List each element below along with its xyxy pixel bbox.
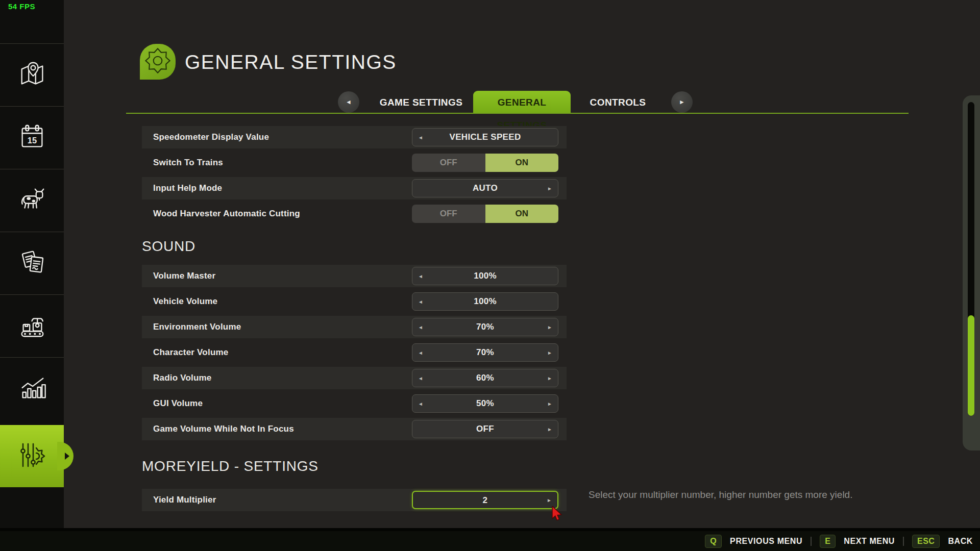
general-settings-screen: { "fps": "54 FPS", "header": { "title": … xyxy=(0,0,980,551)
sidebar-item-calendar[interactable]: 15 xyxy=(0,106,64,169)
sidebar-item-statistics[interactable] xyxy=(0,357,64,420)
sidebar-item-animals[interactable] xyxy=(0,169,64,232)
toggle-switch-to-trains[interactable]: OFFON xyxy=(412,154,558,172)
section-title-sound: SOUND xyxy=(142,228,567,265)
sidebar-item-mod-settings-active[interactable] xyxy=(0,425,64,487)
setting-row-radio-volume: Radio Volume◄60%► xyxy=(142,367,567,389)
setting-label: Wood Harvester Automatic Cutting xyxy=(153,209,300,219)
scrollbar-thumb[interactable] xyxy=(968,315,974,416)
production-icon xyxy=(16,309,48,343)
selector-radio-volume[interactable]: ◄60%► xyxy=(412,369,558,387)
setting-label: Volume Master xyxy=(153,271,215,281)
key-badge-q: Q xyxy=(705,535,722,548)
toggle-off-option[interactable]: OFF xyxy=(412,154,485,172)
moreyield-rows: Yield Multiplier2► xyxy=(142,489,567,511)
setting-row-game-volume-while-not-in-focus: Game Volume While Not In FocusOFF► xyxy=(142,418,567,440)
increase-arrow-icon[interactable]: ► xyxy=(547,180,552,197)
selector-value: 70% xyxy=(412,344,558,361)
toggle-on-option[interactable]: ON xyxy=(485,205,559,223)
setting-row-input-help-mode: Input Help ModeAUTO► xyxy=(142,177,567,199)
mouse-cursor-icon xyxy=(551,506,565,525)
setting-label: Vehicle Volume xyxy=(153,296,217,307)
gear-icon xyxy=(143,46,172,77)
increase-arrow-icon[interactable]: ► xyxy=(547,344,552,361)
setting-label: Environment Volume xyxy=(153,322,241,332)
tab-general-settings[interactable]: GENERAL SETTINGS xyxy=(473,91,571,114)
setting-label: Game Volume While Not In Focus xyxy=(153,424,294,434)
sidebar-item-contracts[interactable] xyxy=(0,232,64,294)
selector-value: VEHICLE SPEED xyxy=(412,129,558,146)
setting-row-volume-master: Volume Master◄100% xyxy=(142,265,567,287)
sidebar-item-production[interactable] xyxy=(0,294,64,357)
setting-help-text: Select your multiplier number, higher nu… xyxy=(589,484,852,506)
setting-row-speedometer-display-value: Speedometer Display Value◄VEHICLE SPEED xyxy=(142,126,567,148)
toggle-off-option[interactable]: OFF xyxy=(412,205,485,223)
increase-arrow-icon[interactable]: ► xyxy=(547,369,552,387)
selector-value: 100% xyxy=(412,267,558,285)
tab-game-settings[interactable]: GAME SETTINGS xyxy=(378,91,464,114)
setting-row-environment-volume: Environment Volume◄70%► xyxy=(142,316,567,338)
setting-label: GUI Volume xyxy=(153,398,203,409)
setting-label: Radio Volume xyxy=(153,373,212,383)
selector-value: OFF xyxy=(412,420,558,438)
increase-arrow-icon[interactable]: ► xyxy=(547,395,552,412)
selector-game-volume-while-not-in-focus[interactable]: OFF► xyxy=(412,420,558,438)
toggle-on-option[interactable]: ON xyxy=(485,154,559,172)
tabs-next-button[interactable]: ► xyxy=(671,91,693,113)
selector-yield-multiplier[interactable]: 2► xyxy=(412,491,558,509)
shortcut-label-next-menu[interactable]: NEXT MENU xyxy=(844,537,895,546)
key-badge-esc: ESC xyxy=(912,535,940,548)
settings-list: Speedometer Display Value◄VEHICLE SPEEDS… xyxy=(142,126,567,514)
general-rows: Speedometer Display Value◄VEHICLE SPEEDS… xyxy=(142,126,567,225)
mod-settings-icon xyxy=(16,439,48,473)
section-title-moreyield: MOREYIELD - SETTINGS xyxy=(142,443,567,489)
selector-speedometer-display-value[interactable]: ◄VEHICLE SPEED xyxy=(412,128,558,146)
active-item-caret-icon xyxy=(65,453,69,460)
calendar-icon: 15 xyxy=(16,121,48,155)
tab-controls[interactable]: CONTROLS xyxy=(576,91,660,114)
selector-value: 50% xyxy=(412,395,558,412)
tabs-prev-button[interactable]: ◄ xyxy=(338,91,359,113)
setting-label: Switch To Trains xyxy=(153,158,223,168)
selector-environment-volume[interactable]: ◄70%► xyxy=(412,318,558,336)
setting-row-yield-multiplier: Yield Multiplier2► xyxy=(142,489,567,511)
chevron-left-icon: ◄ xyxy=(346,98,352,106)
setting-row-switch-to-trains: Switch To TrainsOFFON xyxy=(142,152,567,174)
scrollbar xyxy=(963,95,980,450)
settings-bubble xyxy=(140,44,176,80)
increase-arrow-icon[interactable]: ► xyxy=(547,420,552,438)
fps-counter: 54 FPS xyxy=(8,2,35,11)
selector-gui-volume[interactable]: ◄50%► xyxy=(412,394,558,413)
sidebar-item-map[interactable] xyxy=(0,43,64,106)
shortcut-label-back[interactable]: BACK xyxy=(948,537,973,546)
contracts-icon xyxy=(16,246,48,280)
scrollbar-track[interactable] xyxy=(968,102,974,416)
sound-rows: Volume Master◄100%Vehicle Volume◄100%Env… xyxy=(142,265,567,440)
setting-row-wood-harvester-automatic-cutting: Wood Harvester Automatic CuttingOFFON xyxy=(142,203,567,225)
increase-arrow-icon[interactable]: ► xyxy=(547,318,552,336)
statistics-icon xyxy=(16,372,48,406)
footer-separator xyxy=(903,537,904,546)
selector-value: 100% xyxy=(412,293,558,310)
setting-label: Speedometer Display Value xyxy=(153,132,269,142)
svg-text:15: 15 xyxy=(27,136,36,145)
selector-character-volume[interactable]: ◄70%► xyxy=(412,343,558,362)
chevron-right-icon: ► xyxy=(679,98,685,106)
key-badge-e: E xyxy=(820,535,836,548)
page-title: GENERAL SETTINGS xyxy=(185,44,397,80)
animals-icon xyxy=(16,184,48,217)
toggle-wood-harvester-automatic-cutting[interactable]: OFFON xyxy=(412,205,558,223)
selector-value: AUTO xyxy=(412,180,558,197)
selector-value: 2 xyxy=(413,492,557,508)
selector-input-help-mode[interactable]: AUTO► xyxy=(412,179,558,197)
selector-vehicle-volume[interactable]: ◄100% xyxy=(412,292,558,311)
sidebar-menu: 15 xyxy=(0,43,64,420)
setting-label: Character Volume xyxy=(153,347,228,358)
setting-row-vehicle-volume: Vehicle Volume◄100% xyxy=(142,290,567,313)
footer-shortcut-bar: QPREVIOUS MENUENEXT MENUESCBACK xyxy=(0,528,980,551)
shortcut-label-previous-menu[interactable]: PREVIOUS MENU xyxy=(730,537,802,546)
sidebar: 54 FPS 15 xyxy=(0,0,64,528)
footer-separator xyxy=(811,537,812,546)
selector-volume-master[interactable]: ◄100% xyxy=(412,267,558,285)
setting-row-character-volume: Character Volume◄70%► xyxy=(142,341,567,364)
